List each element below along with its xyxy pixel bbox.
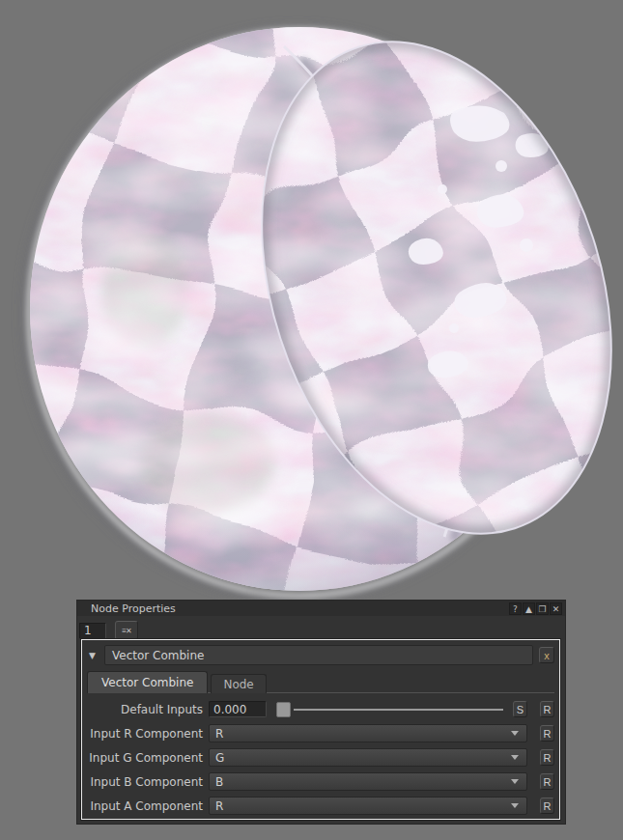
input-a-component-dropdown[interactable]: R	[209, 797, 527, 815]
panel-title: Node Properties	[91, 602, 509, 615]
tab-vector-combine[interactable]: Vector Combine	[87, 671, 208, 693]
param-label: Input G Component	[87, 751, 203, 765]
clear-panels-button[interactable]: ≡✕	[115, 621, 138, 640]
dropdown-value: G	[215, 751, 224, 765]
chevron-down-icon	[511, 755, 519, 764]
slider-groove[interactable]	[294, 709, 503, 711]
input-g-component-dropdown[interactable]: G	[209, 748, 527, 767]
revert-button[interactable]: R	[540, 798, 554, 814]
chevron-down-icon	[511, 803, 519, 812]
input-r-component-dropdown[interactable]: R	[209, 724, 527, 742]
param-row-input-g: Input G Component G R	[87, 748, 554, 767]
default-inputs-value-field[interactable]: 0.000	[209, 701, 267, 717]
max-panels-input[interactable]	[79, 623, 106, 639]
node-properties-panel: Node Properties ? ▲ ❐ ✕ ≡✕ ▼ Vector Comb…	[77, 601, 565, 824]
clear-panels-icon: ≡✕	[122, 627, 130, 635]
collapse-arrow-icon[interactable]: ▼	[89, 651, 99, 660]
dropdown-value: R	[215, 799, 223, 813]
param-row-default-inputs: Default Inputs 0.000 S R	[87, 700, 554, 718]
default-inputs-slider[interactable]	[276, 702, 503, 717]
param-row-input-a: Input A Component R R	[87, 797, 554, 815]
close-pane-icon[interactable]: ✕	[550, 602, 562, 615]
param-label: Input R Component	[87, 727, 203, 741]
node-header: ▼ Vector Combine x	[82, 640, 559, 668]
param-row-input-b: Input B Component B R	[87, 772, 554, 791]
param-label: Default Inputs	[87, 703, 203, 716]
dropdown-value: R	[215, 727, 223, 741]
chevron-down-icon	[511, 779, 519, 788]
close-node-panel-button[interactable]: x	[539, 647, 554, 663]
help-icon[interactable]: ?	[509, 602, 522, 615]
parameters-area: Default Inputs 0.000 S R Input R Compone…	[87, 692, 554, 815]
panel-titlebar[interactable]: Node Properties ? ▲ ❐ ✕	[77, 601, 565, 616]
param-row-input-r: Input R Component R R	[87, 724, 554, 742]
revert-button[interactable]: R	[540, 725, 554, 742]
chevron-down-icon	[511, 731, 519, 740]
panel-titlebar-icons: ? ▲ ❐ ✕	[509, 602, 562, 615]
node-name-field[interactable]: Vector Combine	[104, 645, 533, 665]
revert-button[interactable]: R	[540, 701, 554, 717]
slider-handle[interactable]	[276, 702, 291, 717]
set-key-button[interactable]: S	[513, 701, 527, 717]
param-label: Input B Component	[87, 775, 203, 789]
param-label: Input A Component	[87, 799, 203, 813]
node-settings-frame: ▼ Vector Combine x Vector Combine Node D…	[81, 639, 560, 820]
dropdown-value: B	[215, 775, 223, 789]
float-pane-icon[interactable]: ❐	[536, 602, 549, 615]
revert-button[interactable]: R	[540, 749, 554, 766]
panel-toolbar: ≡✕	[77, 616, 565, 641]
node-tabs: Vector Combine Node	[87, 670, 559, 692]
minimize-pane-icon[interactable]: ▲	[523, 602, 535, 615]
input-b-component-dropdown[interactable]: B	[209, 772, 527, 791]
tab-node[interactable]: Node	[211, 674, 266, 693]
revert-button[interactable]: R	[540, 773, 554, 790]
